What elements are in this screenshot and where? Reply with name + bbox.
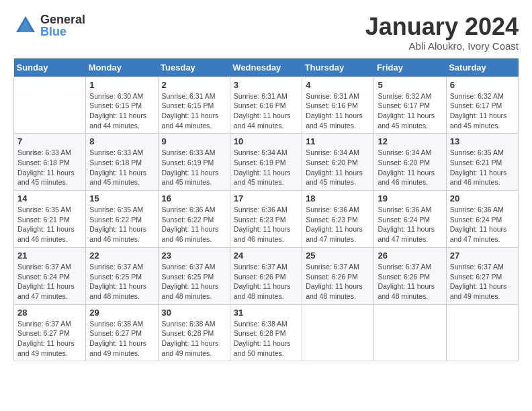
day-number: 14 bbox=[17, 193, 82, 203]
day-info: Sunrise: 6:35 AM Sunset: 6:21 PM Dayligh… bbox=[450, 148, 515, 187]
calendar-cell: 24Sunrise: 6:37 AM Sunset: 6:26 PM Dayli… bbox=[230, 247, 302, 304]
day-number: 3 bbox=[234, 80, 298, 90]
calendar-cell: 10Sunrise: 6:34 AM Sunset: 6:19 PM Dayli… bbox=[230, 134, 302, 191]
day-number: 15 bbox=[89, 193, 154, 203]
day-info: Sunrise: 6:37 AM Sunset: 6:27 PM Dayligh… bbox=[17, 319, 82, 359]
calendar-week-row: 7Sunrise: 6:33 AM Sunset: 6:18 PM Daylig… bbox=[14, 134, 519, 191]
logo-icon bbox=[13, 13, 38, 38]
calendar-cell: 4Sunrise: 6:31 AM Sunset: 6:16 PM Daylig… bbox=[302, 77, 374, 134]
day-number: 1 bbox=[89, 80, 154, 90]
calendar-week-row: 1Sunrise: 6:30 AM Sunset: 6:15 PM Daylig… bbox=[14, 77, 519, 134]
calendar-header-row: SundayMondayTuesdayWednesdayThursdayFrid… bbox=[14, 58, 519, 77]
day-header-thursday: Thursday bbox=[302, 58, 374, 77]
day-info: Sunrise: 6:36 AM Sunset: 6:24 PM Dayligh… bbox=[450, 205, 515, 244]
calendar-cell: 28Sunrise: 6:37 AM Sunset: 6:27 PM Dayli… bbox=[14, 304, 86, 361]
calendar-cell: 13Sunrise: 6:35 AM Sunset: 6:21 PM Dayli… bbox=[446, 134, 518, 191]
calendar-cell: 5Sunrise: 6:32 AM Sunset: 6:17 PM Daylig… bbox=[374, 77, 446, 134]
logo-general: General bbox=[40, 13, 85, 26]
calendar-cell: 23Sunrise: 6:37 AM Sunset: 6:25 PM Dayli… bbox=[158, 247, 230, 304]
day-number: 16 bbox=[162, 193, 226, 203]
day-number: 18 bbox=[306, 193, 370, 203]
title-block: January 2024 Abli Aloukro, Ivory Coast bbox=[365, 13, 519, 52]
calendar-cell bbox=[374, 304, 446, 361]
day-header-monday: Monday bbox=[86, 58, 158, 77]
day-number: 7 bbox=[17, 136, 82, 146]
page-header: General Blue January 2024 Abli Aloukro, … bbox=[13, 13, 519, 52]
day-number: 24 bbox=[234, 250, 298, 261]
day-info: Sunrise: 6:31 AM Sunset: 6:16 PM Dayligh… bbox=[234, 91, 298, 131]
calendar-cell: 6Sunrise: 6:32 AM Sunset: 6:17 PM Daylig… bbox=[446, 77, 518, 134]
calendar-cell bbox=[446, 304, 518, 361]
day-info: Sunrise: 6:38 AM Sunset: 6:28 PM Dayligh… bbox=[234, 319, 298, 359]
day-number: 8 bbox=[89, 136, 154, 146]
calendar-cell: 25Sunrise: 6:37 AM Sunset: 6:26 PM Dayli… bbox=[302, 247, 374, 304]
day-number: 2 bbox=[162, 80, 226, 90]
calendar-cell: 17Sunrise: 6:36 AM Sunset: 6:23 PM Dayli… bbox=[230, 191, 302, 248]
calendar-cell: 1Sunrise: 6:30 AM Sunset: 6:15 PM Daylig… bbox=[86, 77, 158, 134]
logo: General Blue bbox=[13, 13, 85, 38]
day-number: 12 bbox=[378, 136, 442, 146]
day-info: Sunrise: 6:35 AM Sunset: 6:21 PM Dayligh… bbox=[17, 205, 82, 244]
day-number: 4 bbox=[306, 80, 370, 90]
day-header-tuesday: Tuesday bbox=[158, 58, 230, 77]
calendar-week-row: 14Sunrise: 6:35 AM Sunset: 6:21 PM Dayli… bbox=[14, 191, 519, 248]
calendar-cell: 20Sunrise: 6:36 AM Sunset: 6:24 PM Dayli… bbox=[446, 191, 518, 248]
calendar-cell: 26Sunrise: 6:37 AM Sunset: 6:26 PM Dayli… bbox=[374, 247, 446, 304]
calendar-cell bbox=[14, 77, 86, 134]
calendar-cell: 27Sunrise: 6:37 AM Sunset: 6:27 PM Dayli… bbox=[446, 247, 518, 304]
day-number: 26 bbox=[378, 250, 442, 261]
day-number: 9 bbox=[162, 136, 226, 146]
day-info: Sunrise: 6:34 AM Sunset: 6:20 PM Dayligh… bbox=[306, 148, 370, 187]
day-info: Sunrise: 6:31 AM Sunset: 6:16 PM Dayligh… bbox=[306, 91, 370, 131]
day-info: Sunrise: 6:36 AM Sunset: 6:23 PM Dayligh… bbox=[306, 205, 370, 244]
day-info: Sunrise: 6:34 AM Sunset: 6:20 PM Dayligh… bbox=[378, 148, 442, 187]
day-number: 29 bbox=[89, 308, 154, 318]
day-number: 21 bbox=[17, 250, 82, 261]
day-number: 10 bbox=[234, 136, 298, 146]
calendar-cell: 16Sunrise: 6:36 AM Sunset: 6:22 PM Dayli… bbox=[158, 191, 230, 248]
day-number: 22 bbox=[89, 250, 154, 261]
day-info: Sunrise: 6:36 AM Sunset: 6:24 PM Dayligh… bbox=[378, 205, 442, 244]
day-info: Sunrise: 6:32 AM Sunset: 6:17 PM Dayligh… bbox=[450, 91, 515, 131]
calendar-cell: 18Sunrise: 6:36 AM Sunset: 6:23 PM Dayli… bbox=[302, 191, 374, 248]
logo-text: General Blue bbox=[40, 13, 85, 38]
day-info: Sunrise: 6:38 AM Sunset: 6:27 PM Dayligh… bbox=[89, 319, 154, 359]
day-info: Sunrise: 6:33 AM Sunset: 6:18 PM Dayligh… bbox=[89, 148, 154, 187]
calendar-cell: 19Sunrise: 6:36 AM Sunset: 6:24 PM Dayli… bbox=[374, 191, 446, 248]
day-info: Sunrise: 6:33 AM Sunset: 6:19 PM Dayligh… bbox=[162, 148, 226, 187]
day-info: Sunrise: 6:35 AM Sunset: 6:22 PM Dayligh… bbox=[89, 205, 154, 244]
logo-blue: Blue bbox=[40, 26, 85, 38]
day-header-saturday: Saturday bbox=[446, 58, 518, 77]
calendar-subtitle: Abli Aloukro, Ivory Coast bbox=[365, 40, 519, 52]
calendar-cell: 29Sunrise: 6:38 AM Sunset: 6:27 PM Dayli… bbox=[86, 304, 158, 361]
day-info: Sunrise: 6:37 AM Sunset: 6:25 PM Dayligh… bbox=[162, 262, 226, 302]
calendar-week-row: 28Sunrise: 6:37 AM Sunset: 6:27 PM Dayli… bbox=[14, 304, 519, 361]
day-info: Sunrise: 6:32 AM Sunset: 6:17 PM Dayligh… bbox=[378, 91, 442, 131]
day-number: 5 bbox=[378, 80, 442, 90]
day-info: Sunrise: 6:37 AM Sunset: 6:26 PM Dayligh… bbox=[378, 262, 442, 302]
calendar-cell: 2Sunrise: 6:31 AM Sunset: 6:15 PM Daylig… bbox=[158, 77, 230, 134]
calendar-cell: 31Sunrise: 6:38 AM Sunset: 6:28 PM Dayli… bbox=[230, 304, 302, 361]
day-number: 23 bbox=[162, 250, 226, 261]
day-number: 11 bbox=[306, 136, 370, 146]
calendar-cell: 3Sunrise: 6:31 AM Sunset: 6:16 PM Daylig… bbox=[230, 77, 302, 134]
calendar-cell: 12Sunrise: 6:34 AM Sunset: 6:20 PM Dayli… bbox=[374, 134, 446, 191]
day-number: 30 bbox=[162, 308, 226, 318]
calendar-cell: 14Sunrise: 6:35 AM Sunset: 6:21 PM Dayli… bbox=[14, 191, 86, 248]
day-header-wednesday: Wednesday bbox=[230, 58, 302, 77]
calendar-cell: 30Sunrise: 6:38 AM Sunset: 6:28 PM Dayli… bbox=[158, 304, 230, 361]
day-info: Sunrise: 6:37 AM Sunset: 6:26 PM Dayligh… bbox=[306, 262, 370, 302]
day-header-friday: Friday bbox=[374, 58, 446, 77]
day-info: Sunrise: 6:36 AM Sunset: 6:22 PM Dayligh… bbox=[162, 205, 226, 244]
calendar-cell: 8Sunrise: 6:33 AM Sunset: 6:18 PM Daylig… bbox=[86, 134, 158, 191]
day-info: Sunrise: 6:30 AM Sunset: 6:15 PM Dayligh… bbox=[89, 91, 154, 131]
calendar-cell: 7Sunrise: 6:33 AM Sunset: 6:18 PM Daylig… bbox=[14, 134, 86, 191]
day-number: 28 bbox=[17, 308, 82, 318]
day-info: Sunrise: 6:37 AM Sunset: 6:26 PM Dayligh… bbox=[234, 262, 298, 302]
day-info: Sunrise: 6:33 AM Sunset: 6:18 PM Dayligh… bbox=[17, 148, 82, 187]
day-number: 20 bbox=[450, 193, 515, 203]
day-number: 31 bbox=[234, 308, 298, 318]
day-info: Sunrise: 6:37 AM Sunset: 6:24 PM Dayligh… bbox=[17, 262, 82, 302]
day-number: 6 bbox=[450, 80, 515, 90]
day-info: Sunrise: 6:31 AM Sunset: 6:15 PM Dayligh… bbox=[162, 91, 226, 131]
